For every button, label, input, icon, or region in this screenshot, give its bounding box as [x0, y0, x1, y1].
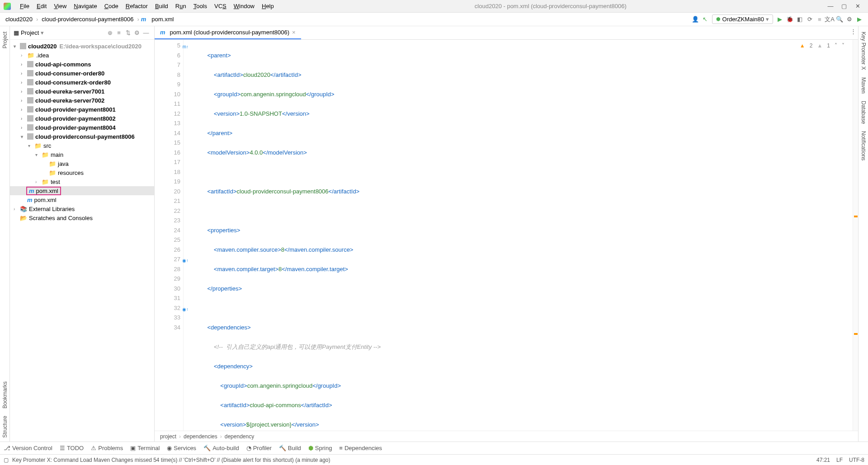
menu-navigate[interactable]: Navigate — [70, 3, 100, 9]
tree-scratches[interactable]: 📂Scratches and Consoles — [10, 213, 154, 222]
tw-problems[interactable]: ⚠Problems — [91, 445, 123, 451]
tree-folder-main[interactable]: ▾📁main — [10, 150, 154, 159]
run-configuration-selector[interactable]: ⬢ OrderZKMain80 ▾ — [712, 14, 773, 24]
expand-all-icon[interactable]: ≡ — [114, 29, 123, 36]
tree-module[interactable]: ›cloud-api-commons — [10, 60, 154, 69]
next-highlight-icon[interactable]: ˅ — [842, 42, 844, 49]
tree-file-pom-selected[interactable]: mpom.xml — [10, 186, 154, 195]
close-icon[interactable]: ✕ — [851, 3, 864, 9]
debug-icon[interactable]: 🐞 — [785, 14, 795, 24]
tree-folder-src[interactable]: ▾📁src — [10, 141, 154, 150]
tree-folder-idea[interactable]: ›📁.idea — [10, 51, 154, 60]
right-tab-database[interactable]: Database — [859, 97, 868, 127]
left-tab-bookmarks[interactable]: Bookmarks — [1, 378, 9, 412]
collapse-all-icon[interactable]: ⇅ — [123, 29, 132, 36]
status-position[interactable]: 47:21 — [816, 457, 830, 463]
minimize-icon[interactable]: — — [824, 3, 837, 9]
project-tree[interactable]: ▾cloud2020E:\idea-workspace\cloud2020 ›📁… — [10, 40, 154, 442]
tw-auto-build[interactable]: 🔨Auto-build — [203, 445, 239, 451]
tree-module[interactable]: ›cloud-eureka-server7002 — [10, 96, 154, 105]
code-editor[interactable]: <parent> <artifactId>cloud2020</artifact… — [184, 40, 853, 431]
gutter-marker-icon[interactable]: ◉↑ — [182, 256, 189, 266]
menu-build[interactable]: Build — [151, 3, 172, 9]
warning-count: 2 — [810, 42, 813, 49]
project-panel-title[interactable]: Project — [21, 29, 39, 36]
menu-view[interactable]: View — [50, 3, 70, 9]
add-config-icon[interactable]: 👤 — [690, 14, 700, 24]
menu-vcs[interactable]: VCS — [211, 3, 230, 9]
editor-scrollbar[interactable] — [853, 40, 858, 431]
editor-crumb[interactable]: project — [160, 433, 176, 440]
settings-icon[interactable]: ⚙ — [844, 14, 854, 24]
tree-module[interactable]: ›cloud-consumer-order80 — [10, 69, 154, 78]
menu-refactor[interactable]: Refactor — [122, 3, 151, 9]
left-tab-structure[interactable]: Structure — [1, 412, 9, 442]
breadcrumb-file[interactable]: pom.xml — [150, 15, 175, 23]
breadcrumb-root[interactable]: cloud2020 — [4, 15, 34, 23]
tree-module-expanded[interactable]: ▾cloud-providerconsul-payment8006 — [10, 132, 154, 141]
hide-panel-icon[interactable]: — — [142, 29, 151, 36]
gear-icon[interactable]: ⚙ — [132, 29, 142, 36]
tree-folder-resources[interactable]: 📁resources — [10, 168, 154, 177]
tw-todo[interactable]: ☰TODO — [60, 445, 84, 451]
tw-profiler[interactable]: ◔Profiler — [246, 445, 272, 451]
editor-crumb[interactable]: dependency — [225, 433, 254, 440]
close-tab-icon[interactable]: × — [292, 29, 296, 36]
right-tab-notifications[interactable]: Notifications — [859, 127, 868, 164]
left-tab-project[interactable]: Project — [1, 28, 9, 52]
editor-tab-active[interactable]: m pom.xml (cloud-providerconsul-payment8… — [155, 26, 301, 39]
tree-module[interactable]: ›cloud-provider-payment8004 — [10, 123, 154, 132]
select-opened-file-icon[interactable]: ⊕ — [105, 29, 114, 36]
translate-icon[interactable]: 文A — [825, 14, 835, 24]
status-line-separator[interactable]: LF — [836, 457, 843, 463]
tree-module[interactable]: ›cloud-consumerzk-order80 — [10, 78, 154, 87]
build-icon: 🔨 — [279, 445, 286, 451]
tree-external-libraries[interactable]: ›📚External Libraries — [10, 204, 154, 213]
search-icon[interactable]: 🔍 — [835, 14, 844, 24]
line-gutter[interactable]: 5 m↑ 6789 10111213 14151617 18192021 222… — [155, 40, 184, 431]
maximize-icon[interactable]: ▢ — [837, 3, 851, 9]
menu-run[interactable]: Run — [172, 3, 190, 9]
inspection-badges[interactable]: ▲2 ▲1 ˄ ˅ — [800, 42, 844, 49]
weak-warning-icon: ▲ — [817, 42, 822, 49]
tree-file-pom[interactable]: mpom.xml — [10, 195, 154, 204]
tree-module[interactable]: ›cloud-eureka-server7001 — [10, 87, 154, 96]
tab-menu-icon[interactable]: ⋮ — [848, 26, 858, 36]
tw-services[interactable]: ◉Services — [167, 445, 196, 451]
status-encoding[interactable]: UTF-8 — [849, 457, 864, 463]
right-tab-maven[interactable]: Maven — [859, 74, 868, 97]
toolbox-icon[interactable]: ▶ — [854, 14, 864, 24]
run-icon[interactable]: ▶ — [775, 14, 785, 24]
tw-build[interactable]: 🔨Build — [279, 445, 301, 451]
tw-dependencies[interactable]: ≡Dependencies — [339, 445, 382, 451]
maven-file-icon: m — [27, 197, 33, 203]
menu-help[interactable]: Help — [258, 3, 278, 9]
menu-window[interactable]: Window — [230, 3, 258, 9]
gutter-marker-icon[interactable]: ◉↑ — [182, 305, 189, 315]
tree-folder-java[interactable]: 📁java — [10, 159, 154, 168]
tree-module[interactable]: ›cloud-provider-payment8002 — [10, 114, 154, 123]
tw-terminal[interactable]: ▣Terminal — [130, 445, 160, 451]
menu-tools[interactable]: Tools — [190, 3, 211, 9]
coverage-icon[interactable]: ◧ — [795, 14, 805, 24]
prev-highlight-icon[interactable]: ˄ — [835, 42, 837, 49]
chevron-down-icon[interactable]: ▾ — [41, 29, 44, 36]
dependencies-icon: ≡ — [339, 445, 343, 451]
tw-version-control[interactable]: ⎇Version Control — [4, 445, 52, 451]
quick-access-icon[interactable]: ▢ — [4, 457, 9, 463]
menu-file[interactable]: File — [16, 3, 33, 9]
right-tab-key-promoter[interactable]: Key Promoter X — [859, 28, 868, 74]
tree-module[interactable]: ›cloud-provider-payment8001 — [10, 105, 154, 114]
editor-crumb[interactable]: dependencies — [184, 433, 217, 440]
tree-folder-test[interactable]: ›📁test — [10, 177, 154, 186]
breadcrumb-module[interactable]: cloud-providerconsul-payment8006 — [40, 15, 135, 23]
stop-icon[interactable]: ■ — [815, 14, 825, 24]
tree-root[interactable]: ▾cloud2020E:\idea-workspace\cloud2020 — [10, 42, 154, 51]
back-icon[interactable]: ↖ — [700, 14, 710, 24]
editor-body[interactable]: 5 m↑ 6789 10111213 14151617 18192021 222… — [155, 40, 858, 431]
menu-edit[interactable]: Edit — [33, 3, 50, 9]
profile-icon[interactable]: ⟳ — [805, 14, 815, 24]
menu-code[interactable]: Code — [101, 3, 122, 9]
bottom-tool-window-bar: ⎇Version Control ☰TODO ⚠Problems ▣Termin… — [0, 442, 868, 454]
tw-spring[interactable]: ⬢Spring — [308, 445, 332, 451]
